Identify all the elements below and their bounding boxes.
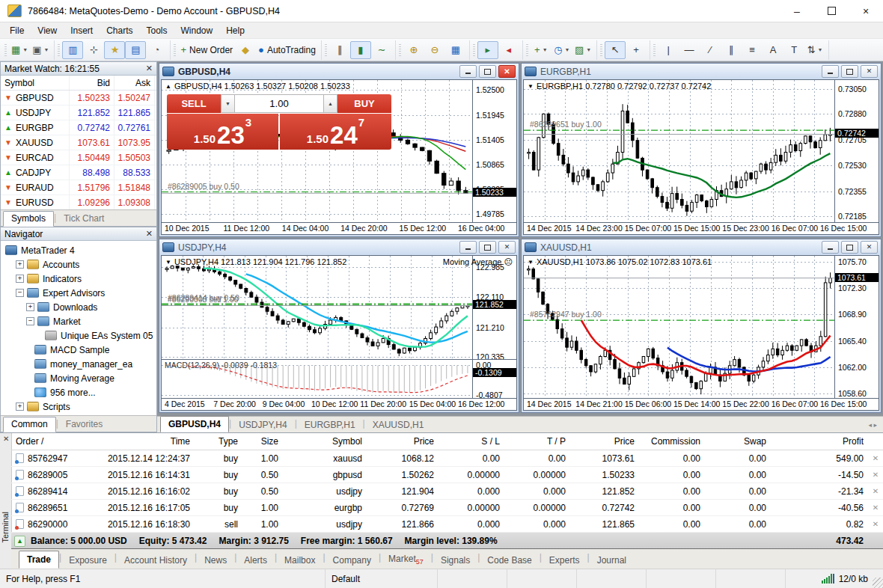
collapse-toggle-icon[interactable]: ▼ xyxy=(528,83,534,90)
navigator-item-downloads[interactable]: +Downloads xyxy=(1,300,156,314)
menu-insert[interactable]: Insert xyxy=(64,24,100,37)
terminal-tab-account-history[interactable]: Account History xyxy=(117,552,195,569)
new-order-button[interactable]: +New Order xyxy=(178,41,235,59)
market-watch-row[interactable]: ▼GBPUSD1.502331.50247 xyxy=(1,91,156,105)
navigator-item-market[interactable]: −Market xyxy=(1,314,156,328)
tree-expander-icon[interactable]: − xyxy=(26,317,34,325)
equidistant-channel-button[interactable]: ∥ xyxy=(721,41,742,59)
bar-chart-button[interactable]: ∥ xyxy=(329,41,350,59)
tile-windows-button[interactable]: ▦ xyxy=(445,41,466,59)
cursor-button[interactable]: ↖ xyxy=(605,41,626,59)
menu-tools[interactable]: Tools xyxy=(140,24,174,37)
minimize-button[interactable] xyxy=(822,241,839,254)
terminal-tab-code-base[interactable]: Code Base xyxy=(480,552,539,569)
navigator-item-unique-eas-system-05[interactable]: Unique EAs System 05 xyxy=(1,328,156,343)
menu-view[interactable]: View xyxy=(31,24,64,37)
text-button[interactable]: A xyxy=(763,41,783,59)
column-header[interactable]: Profit xyxy=(771,436,868,447)
column-header[interactable]: Time xyxy=(86,436,195,447)
vertical-line-button[interactable]: | xyxy=(658,41,679,59)
tree-expander-icon[interactable]: + xyxy=(16,275,24,283)
terminal-tab-signals[interactable]: Signals xyxy=(433,552,477,569)
line-chart-button[interactable]: ∼ xyxy=(371,41,392,59)
profiles-button[interactable]: ▣▼ xyxy=(30,41,51,59)
chart-window-titlebar[interactable]: XAUUSD,H1✕ xyxy=(522,239,881,255)
navigator-item-money-manager-ea[interactable]: money_manager_ea xyxy=(1,357,156,371)
chart-window-titlebar[interactable]: EURGBP,H1✕ xyxy=(522,64,881,79)
market-watch-row[interactable]: ▲CADJPY88.49888.533 xyxy=(1,165,156,180)
close-button[interactable]: ✕ xyxy=(498,65,516,78)
chart-plot[interactable]: #86289414 buy 0.50#86290000 sell 1.00 xyxy=(162,256,473,360)
maximize-button[interactable] xyxy=(841,65,858,78)
column-header[interactable]: T / P xyxy=(504,436,570,447)
menu-charts[interactable]: Charts xyxy=(100,24,139,37)
navigator-item-indicators[interactable]: +Indicators xyxy=(1,272,156,286)
close-order-icon[interactable]: ✕ xyxy=(868,471,883,479)
navigator-item-macd-sample[interactable]: MACD Sample xyxy=(1,343,156,357)
tab-tick-chart[interactable]: Tick Chart xyxy=(56,212,111,226)
trendline-button[interactable]: ∕ xyxy=(700,41,721,59)
navigator-item-956-more-[interactable]: 956 more... xyxy=(1,385,156,399)
terminal-tab-exposure[interactable]: Exposure xyxy=(61,552,114,569)
order-row[interactable]: 857629472015.12.14 12:24:37buy1.00xauusd… xyxy=(11,450,883,467)
terminal-tab-mailbox[interactable]: Mailbox xyxy=(277,552,323,569)
market-watch-row[interactable]: ▼EURAUD1.517961.51848 xyxy=(1,180,156,195)
market-watch-row[interactable]: ▼EURUSD1.092961.09308 xyxy=(1,195,156,210)
close-icon[interactable]: ✕ xyxy=(146,230,153,238)
chart-window-titlebar[interactable]: USDJPY,H4✕ xyxy=(159,239,519,255)
tree-expander-icon[interactable]: − xyxy=(16,289,24,297)
tree-expander-icon[interactable]: + xyxy=(16,260,24,269)
sell-price-button[interactable]: 1.50233 xyxy=(167,114,278,150)
order-row[interactable]: 862896512015.12.16 16:17:05buy1.00eurgbp… xyxy=(11,500,883,516)
new-chart-button[interactable]: ▦▼ xyxy=(9,41,30,59)
autotrading-button[interactable]: ●AutoTrading xyxy=(256,41,318,59)
chart-tab-usdjpy-h4[interactable]: USDJPY,H4 xyxy=(231,417,294,432)
candlestick-chart-button[interactable]: ▮ xyxy=(350,41,371,59)
menu-help[interactable]: Help xyxy=(219,24,251,37)
column-header[interactable]: S / L xyxy=(439,436,504,447)
buy-button[interactable]: BUY xyxy=(337,94,391,113)
market-watch-row[interactable]: ▼EURCAD1.504491.50503 xyxy=(1,150,156,165)
metaeditor-button[interactable]: ◆ xyxy=(235,41,256,59)
maximize-button[interactable] xyxy=(479,65,496,78)
tree-expander-icon[interactable]: + xyxy=(16,402,24,411)
menu-window[interactable]: Window xyxy=(174,24,220,37)
navigator-item-scripts[interactable]: +Scripts xyxy=(1,399,156,414)
horizontal-line-button[interactable]: ― xyxy=(679,41,700,59)
collapse-toggle-icon[interactable]: ▼ xyxy=(165,259,171,266)
terminal-tab-trade[interactable]: Trade xyxy=(19,551,59,569)
terminal-tab-alerts[interactable]: Alerts xyxy=(236,552,275,569)
navigator-item-moving-average[interactable]: Moving Average xyxy=(1,371,156,385)
buy-price-button[interactable]: 1.50247 xyxy=(280,114,391,150)
terminal-tab-journal[interactable]: Journal xyxy=(590,552,634,569)
templates-button[interactable]: ▨▼ xyxy=(572,41,593,59)
crosshair-button[interactable]: + xyxy=(626,41,647,59)
tree-expander-icon[interactable]: + xyxy=(26,303,34,311)
auto-scroll-button[interactable]: ▸ xyxy=(477,41,498,59)
navigator-item-accounts[interactable]: +Accounts xyxy=(1,257,156,272)
close-order-icon[interactable]: ✕ xyxy=(868,454,883,462)
navigator-item-metatrader-4[interactable]: MetaTrader 4 xyxy=(1,243,156,257)
market-watch-row[interactable]: ▼XAUUSD1073.611073.95 xyxy=(1,135,156,150)
indicators-button[interactable]: +▼ xyxy=(531,41,552,59)
collapse-toggle-icon[interactable]: ▼ xyxy=(528,259,534,266)
tab-scroll-arrows[interactable]: ◂ ▸ xyxy=(868,421,877,429)
strategy-tester-button[interactable]: ◔ xyxy=(146,41,167,59)
close-button[interactable]: ✕ xyxy=(861,65,878,78)
terminal-button[interactable]: ▤ xyxy=(125,41,146,59)
zoom-out-button[interactable]: ⊖ xyxy=(424,41,445,59)
terminal-tab-company[interactable]: Company xyxy=(326,552,379,569)
column-header[interactable]: Symbol xyxy=(283,436,367,447)
order-row[interactable]: 862894142015.12.16 16:16:02buy0.50usdjpy… xyxy=(11,483,883,500)
tab-favorites[interactable]: Favorites xyxy=(58,417,110,432)
text-label-button[interactable]: T xyxy=(783,41,804,59)
minimize-button[interactable] xyxy=(459,241,477,254)
chart-plot[interactable]: #85762947 buy 1.00 xyxy=(524,256,835,399)
status-profile[interactable]: Default xyxy=(326,569,438,588)
navigator-item-expert-advisors[interactable]: −Expert Advisors xyxy=(1,286,156,300)
arrow-tools-button[interactable]: ⇅▼ xyxy=(804,41,825,59)
chart-tab-xauusd-h1[interactable]: XAUUSD,H1 xyxy=(365,417,432,432)
volume-input[interactable]: 1.00 xyxy=(235,94,323,113)
market-watch-row[interactable]: ▲EURGBP0.727420.72761 xyxy=(1,120,156,135)
tab-common[interactable]: Common xyxy=(3,417,56,432)
